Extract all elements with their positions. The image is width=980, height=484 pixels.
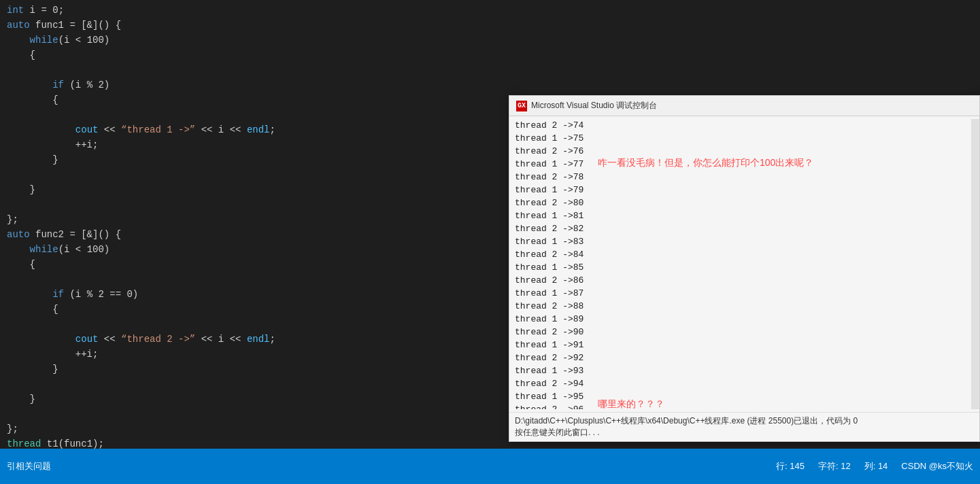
console-title: Microsoft Visual Studio 调试控制台 bbox=[531, 100, 657, 111]
console-line: thread 1 ->83 bbox=[515, 235, 966, 248]
console-line: thread 1 ->87 bbox=[515, 287, 966, 300]
annotation-1: 咋一看没毛病！但是，你怎么能打印个100出来呢？ bbox=[598, 157, 856, 169]
status-bar: 引相关问题 行: 145 字符: 12 列: 14 CSDN @ks不知火 bbox=[0, 449, 980, 484]
console-titlebar: GX Microsoft Visual Studio 调试控制台 bbox=[509, 96, 979, 116]
console-line: thread 1 ->85 bbox=[515, 261, 966, 274]
code-line: if (i % 2) bbox=[0, 77, 980, 92]
console-line: thread 1 ->91 bbox=[515, 339, 966, 351]
console-body: thread 2 ->74thread 1 ->75thread 2 ->76t… bbox=[509, 116, 979, 412]
code-line: auto func1 = [&]() { bbox=[0, 18, 980, 33]
status-char: 字符: 12 bbox=[818, 460, 851, 472]
footer-line-2: 按任意键关闭此窗口. . . bbox=[515, 427, 974, 438]
console-line: thread 2 ->86 bbox=[515, 274, 966, 287]
console-line: thread 2 ->92 bbox=[515, 351, 966, 364]
console-line: thread 2 ->80 bbox=[515, 196, 966, 209]
console-footer: D:\gitadd\C++\Cplusplus\C++线程库\x64\Debug… bbox=[509, 412, 979, 441]
code-line bbox=[0, 63, 980, 77]
console-line: thread 2 ->90 bbox=[515, 326, 966, 339]
status-left: 引相关问题 bbox=[7, 460, 51, 472]
status-col: 列: 14 bbox=[864, 460, 888, 472]
console-line: thread 2 ->78 bbox=[515, 171, 966, 184]
console-scrollbar[interactable] bbox=[971, 119, 979, 409]
annotation-2: 哪里来的？？？ bbox=[598, 398, 664, 411]
vs-icon: GX bbox=[516, 101, 527, 111]
status-right: 行: 145 字符: 12 列: 14 CSDN @ks不知火 bbox=[776, 460, 973, 472]
footer-line-1: D:\gitadd\C++\Cplusplus\C++线程库\x64\Debug… bbox=[515, 415, 974, 427]
status-row: 行: 145 bbox=[776, 460, 805, 472]
console-line: thread 2 ->94 bbox=[515, 377, 966, 390]
code-line: int i = 0; bbox=[0, 3, 980, 18]
console-line: thread 1 ->75 bbox=[515, 132, 966, 145]
console-line: thread 1 ->79 bbox=[515, 184, 966, 196]
code-line: while(i < 100) bbox=[0, 33, 980, 48]
keyword-int: int bbox=[7, 3, 24, 18]
status-brand: CSDN @ks不知火 bbox=[901, 460, 973, 472]
console-line: thread 2 ->96 bbox=[515, 403, 966, 409]
console-window: GX Microsoft Visual Studio 调试控制台 thread … bbox=[509, 95, 980, 442]
console-line: thread 1 ->89 bbox=[515, 313, 966, 326]
console-line: thread 2 ->88 bbox=[515, 300, 966, 313]
console-line: thread 2 ->76 bbox=[515, 145, 966, 158]
console-line: thread 1 ->93 bbox=[515, 364, 966, 377]
console-line: thread 1 ->81 bbox=[515, 209, 966, 222]
console-line: thread 1 ->95 bbox=[515, 390, 966, 403]
console-line: thread 2 ->74 bbox=[515, 119, 966, 132]
console-line: thread 2 ->82 bbox=[515, 222, 966, 235]
console-line: thread 2 ->84 bbox=[515, 248, 966, 261]
code-line: { bbox=[0, 48, 980, 63]
